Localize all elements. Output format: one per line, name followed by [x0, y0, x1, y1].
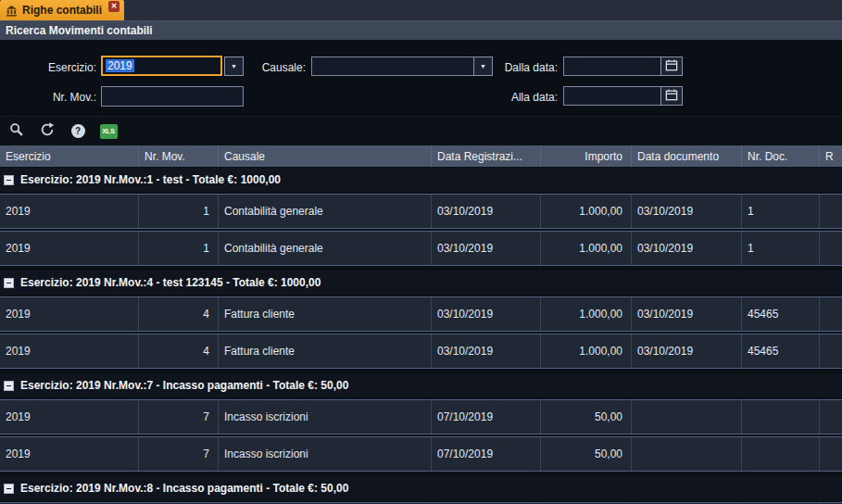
table-cell: 2019 [0, 232, 139, 265]
table-row[interactable]: 20194Fattura cliente03/10/20191.000,0003… [0, 334, 842, 369]
causale-dropdown-button[interactable]: ▼ [473, 57, 493, 76]
table-cell: 45465 [742, 334, 820, 368]
dalla-data-label: Dalla data: [498, 57, 558, 78]
group-header: Esercizio: 2019 Nr.Mov.:1 - test - Total… [0, 168, 842, 192]
collapse-minus-icon[interactable] [4, 484, 14, 494]
table-cell: 1.000,00 [541, 334, 632, 368]
tab-righe-contabili[interactable]: Righe contabili ✕ [0, 0, 124, 20]
column-header-3[interactable]: Data Registrazi... [432, 145, 541, 167]
table-cell: 2019 [0, 334, 139, 368]
table-cell [742, 437, 820, 471]
table-cell: Incasso iscrizioni [219, 400, 432, 434]
nr-mov-input[interactable] [101, 86, 244, 107]
grid-body: Esercizio: 2019 Nr.Mov.:1 - test - Total… [0, 168, 842, 504]
results-grid: EsercizioNr. Mov.CausaleData Registrazi.… [0, 145, 842, 504]
table-cell: 03/10/2019 [432, 334, 541, 368]
table-cell: 1 [742, 232, 820, 265]
table-cell: 1 [139, 195, 219, 228]
group-title: Esercizio: 2019 Nr.Mov.:1 - test - Total… [20, 173, 281, 186]
group-header: Esercizio: 2019 Nr.Mov.:4 - test 123145 … [0, 271, 842, 295]
table-cell: 03/10/2019 [432, 232, 541, 265]
esercizio-value: 2019 [106, 59, 134, 72]
column-header-0[interactable]: Esercizio [0, 145, 139, 167]
calendar-icon [665, 59, 678, 74]
panel-title: Ricerca Movimenti contabili [0, 20, 842, 40]
dalla-data-input[interactable] [563, 57, 661, 76]
collapse-minus-icon[interactable] [4, 278, 14, 288]
table-cell: 1 [742, 195, 820, 228]
table-cell: 2019 [0, 437, 139, 471]
column-header-2[interactable]: Causale [219, 145, 432, 167]
tab-label: Righe contabili [22, 4, 102, 17]
table-cell: 07/10/2019 [432, 437, 541, 471]
table-row[interactable]: 20197Incasso iscrizioni07/10/201950,00 [0, 436, 842, 472]
table-cell: 4 [139, 334, 219, 368]
table-cell: 2019 [0, 297, 139, 331]
alla-data-calendar-button[interactable] [660, 86, 683, 106]
table-cell: 03/10/2019 [632, 232, 742, 265]
magnifier-icon [8, 121, 25, 141]
dalla-data-calendar-button[interactable] [660, 57, 683, 76]
bank-icon [6, 5, 18, 17]
esercizio-dropdown-button[interactable]: ▼ [224, 57, 244, 76]
group-header: Esercizio: 2019 Nr.Mov.:7 - Incasso paga… [0, 373, 842, 397]
group-title: Esercizio: 2019 Nr.Mov.:4 - test 123145 … [20, 276, 320, 289]
table-cell [632, 400, 742, 434]
table-cell: 7 [139, 437, 219, 471]
column-header-7[interactable]: R [820, 145, 842, 167]
table-cell: 45465 [742, 297, 820, 331]
table-cell: 2019 [0, 400, 139, 434]
table-cell: 1 [139, 232, 219, 265]
table-cell: Fattura cliente [219, 334, 432, 368]
column-header-6[interactable]: Nr. Doc. [742, 145, 820, 167]
table-cell [820, 437, 842, 471]
tab-bar: Righe contabili ✕ [0, 0, 842, 20]
table-row[interactable]: 20191Contabilità generale03/10/20191.000… [0, 231, 842, 266]
table-cell: 03/10/2019 [432, 195, 541, 228]
nr-mov-label: Nr. Mov.: [2, 87, 96, 107]
grid-header: EsercizioNr. Mov.CausaleData Registrazi.… [0, 145, 842, 167]
table-cell: Contabilità generale [219, 195, 432, 228]
table-cell: 03/10/2019 [432, 297, 541, 331]
table-cell [742, 400, 820, 434]
group-title: Esercizio: 2019 Nr.Mov.:7 - Incasso paga… [20, 379, 348, 392]
collapse-minus-icon[interactable] [4, 381, 14, 391]
table-row[interactable]: 20197Incasso iscrizioni07/10/201950,00 [0, 399, 842, 435]
group-title: Esercizio: 2019 Nr.Mov.:8 - Incasso paga… [20, 482, 348, 495]
calendar-icon [665, 89, 678, 104]
question-icon: ? [71, 124, 85, 138]
collapse-minus-icon[interactable] [4, 175, 14, 185]
export-xls-button[interactable]: XLS [99, 122, 118, 141]
esercizio-input[interactable]: 2019 [101, 56, 222, 76]
close-tab-icon[interactable]: ✕ [108, 1, 119, 12]
table-cell: 03/10/2019 [632, 297, 742, 331]
app-window: Righe contabili ✕ Ricerca Movimenti cont… [0, 0, 842, 504]
refresh-icon [39, 121, 56, 141]
column-header-5[interactable]: Data documento [632, 145, 742, 167]
causale-input[interactable] [311, 57, 474, 76]
causale-label: Causale: [248, 57, 306, 78]
table-cell: 1.000,00 [541, 232, 632, 265]
group-header: Esercizio: 2019 Nr.Mov.:8 - Incasso paga… [0, 476, 842, 500]
alla-data-label: Alla data: [498, 87, 558, 107]
table-row[interactable]: 20194Fattura cliente03/10/20191.000,0003… [0, 296, 842, 332]
search-button[interactable] [7, 122, 26, 141]
table-cell [820, 232, 842, 265]
chevron-down-icon: ▼ [231, 63, 237, 69]
table-cell: Incasso iscrizioni [219, 437, 432, 471]
table-cell: 1.000,00 [541, 195, 632, 228]
refresh-button[interactable] [38, 122, 57, 141]
table-cell: Fattura cliente [219, 297, 432, 331]
column-header-4[interactable]: Importo [541, 145, 632, 167]
alla-data-input[interactable] [563, 86, 661, 106]
xls-icon: XLS [100, 124, 118, 139]
column-header-1[interactable]: Nr. Mov. [139, 145, 219, 167]
table-cell [820, 297, 842, 331]
table-cell: 03/10/2019 [632, 195, 742, 228]
table-row[interactable]: 20191Contabilità generale03/10/20191.000… [0, 194, 842, 229]
help-button[interactable]: ? [69, 122, 87, 141]
table-cell: 07/10/2019 [432, 400, 541, 434]
esercizio-label: Esercizio: [2, 57, 96, 78]
table-cell: 7 [139, 400, 219, 434]
table-cell: 50,00 [541, 437, 632, 471]
